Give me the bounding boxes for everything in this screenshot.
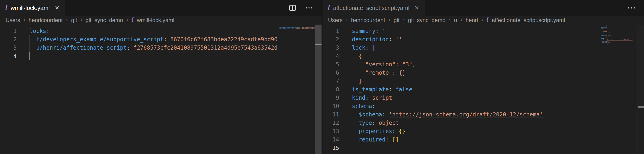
code-line[interactable]: 2 f/developers_example/supportive_script… [0,35,322,44]
tab-affectionate-script-yaml[interactable]: ! affectionate_script.script.yaml ✕ [322,0,425,16]
breadcrumb-item[interactable]: Users [6,17,20,24]
breadcrumb: Users›henricourdent›git›git_sync_demo›!w… [0,16,322,24]
text-cursor [30,52,30,60]
minimap-content: summary: ''description: ''lock: | { "ver… [600,25,633,46]
code-line[interactable]: 2description: '' [322,35,644,44]
code-line[interactable]: 4 [0,52,322,60]
minimap[interactable]: summary: ''description: ''lock: | { "ver… [600,24,637,154]
code-line[interactable]: 3lock: | [322,44,644,52]
line-number: 4 [0,52,17,60]
code-line-text: summary: '' [352,27,389,35]
code-line-text: $schema: 'https://json-schema.org/draft/… [352,110,543,119]
line-number: 5 [322,60,339,69]
minimap-content: locks: f/developers_example/supportive_s… [278,25,315,31]
code-line[interactable]: 7 } [322,77,644,85]
code-line[interactable]: 1summary: '' [322,27,644,35]
breadcrumb-item[interactable]: git [394,17,400,24]
chevron-right-icon: › [346,16,348,24]
line-number: 8 [322,85,339,94]
breadcrumb-item[interactable]: henricourdent [28,17,63,24]
code-line[interactable]: 12 type: object [322,119,644,127]
breadcrumb-item[interactable]: git_sync_demo [86,17,123,24]
editor-group-left: ! wmill-lock.yaml ✕ [0,0,322,154]
editor-actions-left [288,0,322,16]
line-number: 15 [322,144,339,152]
line-number: 3 [0,44,17,52]
line-number: 7 [322,77,339,85]
line-number: 6 [322,69,339,77]
code-line-text: schema: [352,102,375,110]
chevron-right-icon: › [66,16,68,24]
line-number: 2 [322,35,339,44]
line-number: 4 [322,52,339,60]
chevron-right-icon: › [449,16,451,24]
split-editor-icon[interactable] [288,4,296,12]
code-editor[interactable]: locks: f/developers_example/supportive_s… [0,24,322,154]
code-line-text: { [352,52,362,60]
breadcrumb-item[interactable]: git [71,17,77,24]
editor-group-right: ! affectionate_script.script.yaml ✕ User… [322,0,644,154]
code-line[interactable]: 13 properties: {} [322,127,644,136]
yaml-file-icon: ! [5,4,8,11]
line-number: 11 [322,110,339,119]
line-number: 13 [322,127,339,136]
chevron-right-icon: › [388,16,390,24]
line-number: 10 [322,102,339,110]
breadcrumb-item[interactable]: Users [328,17,343,24]
code-line[interactable]: 4 { [322,52,644,60]
breadcrumb-item[interactable]: henricourdent [351,17,385,24]
more-actions-icon[interactable] [304,4,314,12]
line-number: 12 [322,119,339,127]
code-line-text: is_template: false [352,85,412,94]
code-line[interactable]: 11 $schema: 'https://json-schema.org/dra… [322,110,644,119]
scrollbar-slider[interactable] [315,24,322,44]
line-number: 1 [0,27,17,35]
breadcrumb-item[interactable]: git_sync_demo [408,17,446,24]
breadcrumb-item[interactable]: henri [466,17,478,24]
code-line[interactable]: 10schema: [322,102,644,110]
code-line[interactable]: 8is_template: false [322,85,644,94]
code-line[interactable]: 3 u/henri/affectionate_script: f2768573c… [0,44,322,52]
code-line[interactable]: 5 "version": "3", [322,60,644,69]
code-line[interactable]: 14 required: [] [322,136,644,144]
tab-label: affectionate_script.script.yaml [333,5,410,11]
line-number: 14 [322,136,339,144]
yaml-file-icon: ! [328,4,330,11]
scrollbar-slider[interactable] [638,24,644,106]
vertical-scrollbar[interactable] [315,24,322,154]
editor-actions-right [627,0,644,16]
breadcrumb-file[interactable]: wmill-lock.yaml [137,17,174,24]
code-line-text: properties: {} [352,127,406,136]
vertical-scrollbar[interactable] [638,24,644,154]
chevron-right-icon: › [481,16,483,24]
breadcrumb-file[interactable]: affectionate_script.script.yaml [492,17,565,24]
tab-wmill-lock-yaml[interactable]: ! wmill-lock.yaml ✕ [0,0,65,16]
close-icon[interactable]: ✕ [55,5,60,11]
code-line-text: kind: script [352,94,392,102]
code-line[interactable]: 15 [322,144,644,152]
code-line-text: lock: | [352,44,375,52]
tab-label: wmill-lock.yaml [11,5,50,11]
overview-cursor-marker [638,106,644,108]
chevron-right-icon: › [80,16,82,24]
close-icon[interactable]: ✕ [414,5,419,11]
overview-cursor-marker [315,44,322,45]
minimap[interactable]: locks: f/developers_example/supportive_s… [277,24,315,154]
code-line-text: } [352,77,362,85]
code-line-text: description: '' [352,35,402,44]
tab-bar-left: ! wmill-lock.yaml ✕ [0,0,322,16]
more-actions-icon[interactable] [627,4,636,12]
chevron-right-icon: › [403,16,405,24]
breadcrumb-item[interactable]: u [454,17,457,24]
code-line[interactable]: 9kind: script [322,94,644,102]
code-line-text: locks: [30,27,50,35]
breadcrumb: Users›henricourdent›git›git_sync_demo›u›… [322,16,644,24]
yaml-file-icon: ! [132,16,134,24]
yaml-file-icon: ! [486,16,488,24]
code-line-text: "remote": {} [352,69,406,77]
code-line[interactable]: 6 "remote": {} [322,69,644,77]
line-number: 9 [322,94,339,102]
line-number: 3 [322,44,339,52]
code-editor[interactable]: summary: ''description: ''lock: | { "ver… [322,24,644,154]
code-line[interactable]: 1locks: [0,27,322,35]
